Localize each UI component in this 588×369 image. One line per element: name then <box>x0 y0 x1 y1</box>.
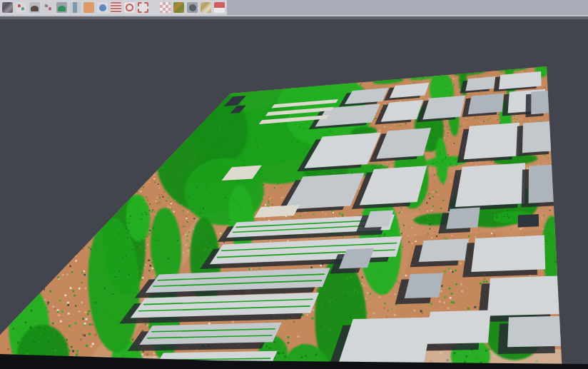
toolbar <box>0 0 588 15</box>
layer-stack-icon[interactable] <box>111 2 121 13</box>
toolbar-icon-group <box>0 0 227 15</box>
profile-icon[interactable] <box>70 2 81 13</box>
flag-icon[interactable] <box>214 2 225 13</box>
toolbar-separator <box>151 2 157 13</box>
target-ring-shape <box>126 4 133 11</box>
sphere-icon[interactable] <box>187 2 198 13</box>
dem-hill-shape <box>31 6 39 11</box>
target-icon[interactable] <box>124 2 135 13</box>
selection-box-icon[interactable] <box>138 2 148 13</box>
globe-circle-shape <box>99 4 106 11</box>
dem-icon[interactable] <box>29 2 40 13</box>
texture-icon[interactable] <box>201 2 211 13</box>
classified-point-cloud-scene <box>0 0 588 369</box>
application-window <box>0 0 588 369</box>
align-icon[interactable] <box>16 2 26 13</box>
terrain-hill-shape <box>58 6 66 11</box>
checkerboard-icon[interactable] <box>160 2 171 13</box>
terrain-icon[interactable] <box>56 2 67 13</box>
3d-viewport[interactable] <box>0 0 588 369</box>
toolbar-shadow-line <box>0 16 588 19</box>
open-file-icon[interactable] <box>2 2 13 13</box>
ortho-image-icon[interactable] <box>83 2 94 13</box>
sphere-circle-shape <box>189 4 196 11</box>
pick-point-icon[interactable] <box>43 2 54 13</box>
classification-icon[interactable] <box>173 2 184 13</box>
globe-icon[interactable] <box>97 2 108 13</box>
